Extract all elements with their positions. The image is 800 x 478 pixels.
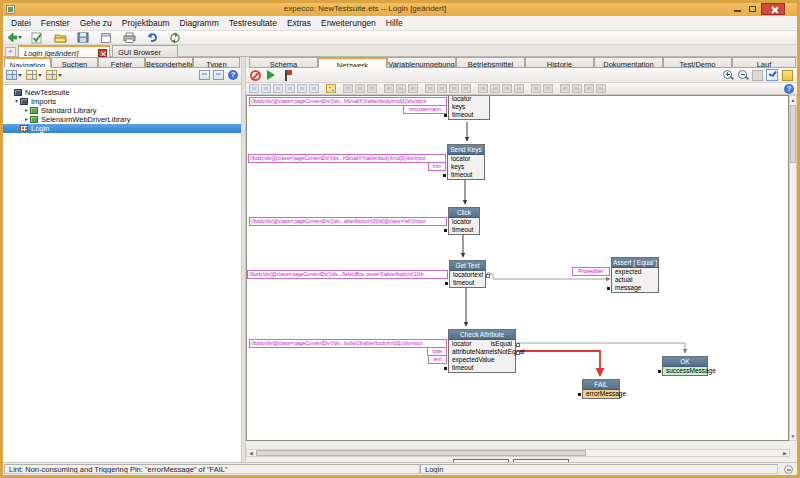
tool-icon[interactable]: [285, 84, 295, 93]
tab-gui-browser[interactable]: GUI Browser: [112, 45, 178, 57]
tab-dokumentation[interactable]: Dokumentation: [594, 57, 663, 68]
tree-item-newtestsuite[interactable]: NewTestsuite: [3, 88, 241, 97]
tool-icon[interactable]: [490, 84, 500, 93]
expander-closed-icon[interactable]: ▸: [23, 115, 30, 124]
back-arrow-icon[interactable]: [6, 32, 22, 44]
tool-icon[interactable]: [449, 84, 459, 93]
tool-icon[interactable]: [514, 84, 524, 93]
tool-icon[interactable]: [596, 84, 606, 93]
tool-icon[interactable]: [384, 84, 394, 93]
tool-icon[interactable]: [261, 84, 271, 93]
tool-icon[interactable]: [408, 84, 418, 93]
scrollbar-thumb[interactable]: [790, 105, 796, 163]
tab-suchen[interactable]: Suchen: [51, 57, 98, 68]
menu-hilfe[interactable]: Hilfe: [381, 17, 408, 29]
diagram-canvas[interactable]: locator keys timeout Send Keys locator k…: [246, 95, 789, 441]
node-click[interactable]: Click locator timeout: [448, 207, 480, 235]
close-button[interactable]: [761, 3, 785, 15]
value-locator-xpath[interactable]: //body/div[@class='pageContentDiv']/div.…: [249, 217, 447, 226]
tab-netzwerk[interactable]: Netzwerk: [318, 57, 387, 68]
vertical-scrollbar[interactable]: ▲ ▼: [789, 95, 797, 441]
status-grip-icon[interactable]: [784, 465, 793, 474]
tool-icon[interactable]: [396, 84, 406, 93]
value-expected[interactable]: 'Projektfilter': [572, 267, 610, 276]
save-icon[interactable]: [75, 32, 91, 44]
tab-test-demo[interactable]: Test/Demo: [663, 57, 732, 68]
tool-icon[interactable]: [249, 84, 259, 93]
tool-icon[interactable]: [425, 84, 435, 93]
new-group-menu-icon[interactable]: [26, 70, 42, 80]
tool-icon[interactable]: [584, 84, 594, 93]
scrollbar-thumb[interactable]: [256, 450, 586, 456]
menu-diagramm[interactable]: Diagramm: [175, 17, 224, 29]
tool-icon[interactable]: [437, 84, 447, 93]
blank-tool-icon[interactable]: [752, 70, 763, 81]
scroll-right-icon[interactable]: ▶: [782, 449, 788, 457]
menu-testresultate[interactable]: Testresultate: [224, 17, 282, 29]
menu-gehe-zu[interactable]: Gehe zu: [75, 17, 117, 29]
tool-icon[interactable]: [309, 84, 319, 93]
value-locator-xpath[interactable]: //body/div[@class='pageContentDiv']/div.…: [247, 270, 448, 279]
value-expected-value[interactable]: text: [428, 355, 447, 364]
add-tab-button[interactable]: +: [5, 47, 16, 57]
export-page-icon[interactable]: [782, 70, 793, 81]
horizontal-scrollbar[interactable]: ◀ ▶: [246, 449, 790, 457]
value-username[interactable]: mmustermann: [403, 105, 447, 114]
zoom-out-icon[interactable]: [737, 69, 749, 81]
scroll-up-icon[interactable]: ▲: [790, 96, 796, 104]
breakpoint-flag-icon[interactable]: [283, 70, 293, 81]
node-fail[interactable]: FAIL errorMessage: [582, 379, 620, 399]
tool-icon[interactable]: [543, 84, 553, 93]
help-icon[interactable]: [228, 70, 238, 80]
save-view-icon[interactable]: [213, 70, 224, 80]
value-locator-xpath[interactable]: //body/div[@class='pageContentDiv']/div.…: [249, 339, 447, 348]
clear-breakpoints-icon[interactable]: [250, 70, 261, 81]
new-item-menu-icon[interactable]: [6, 70, 22, 80]
help-icon[interactable]: [784, 84, 794, 94]
scroll-left-icon[interactable]: ◀: [248, 449, 254, 457]
tree-item-seleniumwebdriverlibrary[interactable]: ▸ SeleniumWebDriverLibrary: [3, 115, 241, 124]
window-icon[interactable]: [199, 70, 210, 80]
node-ok[interactable]: OK successMessage: [662, 356, 708, 376]
node-assert-equal[interactable]: Assert [ Equal ] expected actual message: [611, 257, 659, 293]
tab-typen[interactable]: Typen: [193, 57, 240, 68]
tree-item-standard-library[interactable]: ▸ Standard Library: [3, 106, 241, 115]
scroll-down-icon[interactable]: ▼: [790, 432, 796, 440]
tab-schema[interactable]: Schema: [249, 57, 318, 68]
tool-icon[interactable]: [560, 84, 570, 93]
menu-erweiterungen[interactable]: Erweiterungen: [316, 17, 381, 29]
tool-icon[interactable]: [478, 84, 488, 93]
expander-open-icon[interactable]: ▾: [13, 97, 20, 106]
value-locator-xpath[interactable]: //body/div[@class='pageContentDiv']/div.…: [248, 154, 446, 163]
accept-check-icon[interactable]: [29, 32, 45, 44]
node-send-keys[interactable]: Send Keys locator keys timeout: [447, 144, 485, 180]
node-get-text[interactable]: Get Text locatortext timeout: [449, 260, 486, 288]
tool-icon[interactable]: [367, 84, 377, 93]
menu-extras[interactable]: Extras: [282, 17, 316, 29]
tab-login[interactable]: Login [geändert]: [18, 45, 110, 57]
palette-tool-icon[interactable]: [326, 84, 336, 93]
reload-icon[interactable]: [167, 32, 183, 44]
expander-closed-icon[interactable]: ▸: [23, 106, 30, 115]
tab-betriebsmittel[interactable]: Betriebsmittel: [456, 57, 525, 68]
maximize-button[interactable]: [746, 3, 760, 15]
zoom-in-icon[interactable]: [722, 69, 734, 81]
tool-icon[interactable]: [273, 84, 283, 93]
tool-icon[interactable]: [297, 84, 307, 93]
tool-icon[interactable]: [531, 84, 541, 93]
node-check-attribute[interactable]: Check Attribute locatorisEqual attribute…: [448, 329, 516, 373]
tool-icon[interactable]: [461, 84, 471, 93]
tab-historie[interactable]: Historie: [525, 57, 594, 68]
run-icon[interactable]: [267, 70, 275, 80]
new-window-icon[interactable]: [98, 32, 114, 44]
open-folder-icon[interactable]: [52, 32, 68, 44]
print-icon[interactable]: [121, 32, 137, 44]
tree-item-imports[interactable]: ▾ Imports: [3, 97, 241, 106]
tool-icon[interactable]: [355, 84, 365, 93]
tab-fehler[interactable]: Fehler: [98, 57, 145, 68]
new-folder-menu-icon[interactable]: [46, 70, 62, 80]
menu-fenster[interactable]: Fenster: [36, 17, 75, 29]
tool-icon[interactable]: [502, 84, 512, 93]
minimize-button[interactable]: [731, 3, 745, 15]
tab-navigation[interactable]: Navigation: [4, 57, 51, 68]
